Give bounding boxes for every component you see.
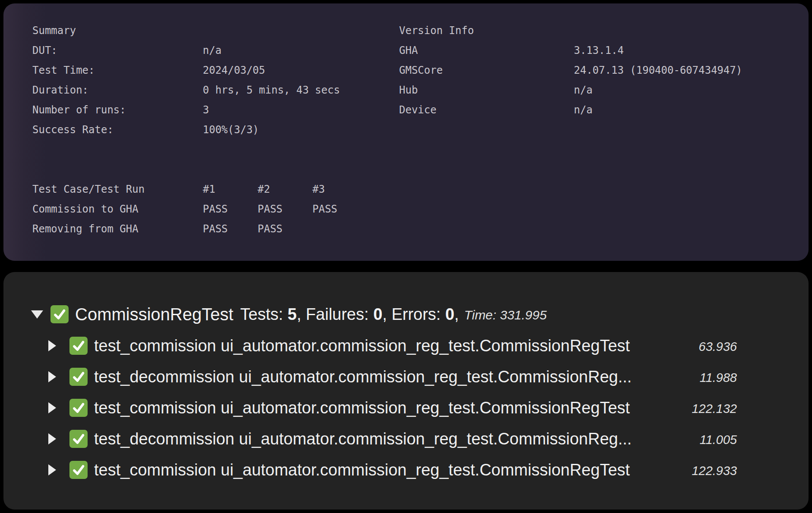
pass-check-icon [69, 336, 88, 355]
pass-check-icon [69, 367, 88, 386]
field-value: n/a [574, 100, 592, 120]
test-case-name: test_decommission ui_automator.commissio… [94, 368, 632, 386]
summary-panel: Summary DUT:n/a Test Time:2024/03/05 Dur… [3, 3, 809, 261]
stats-trailing: , [454, 305, 459, 323]
table-row: Removing from GHAPASSPASS [32, 219, 378, 239]
column-header: Test Case/Test Run [32, 179, 203, 199]
field-value: 3 [203, 100, 209, 120]
run-result [312, 219, 367, 239]
suite-time: Time: 331.995 [464, 308, 547, 322]
version-row-gmscore: GMSCore24.07.13 (190400-607434947) [399, 60, 787, 80]
test-case-time: 11.988 [685, 371, 737, 385]
version-row-hub: Hubn/a [399, 80, 787, 100]
field-value: 0 hrs, 5 mins, 43 secs [203, 80, 340, 100]
run-result: PASS [258, 199, 312, 219]
summary-column: Summary DUT:n/a Test Time:2024/03/05 Dur… [32, 21, 378, 239]
chevron-right-icon[interactable] [48, 433, 56, 444]
summary-row-test-time: Test Time:2024/03/05 [32, 60, 378, 80]
field-label: Device [399, 100, 574, 120]
tests-label: Tests: [240, 305, 288, 323]
pass-check-icon [69, 429, 88, 448]
test-case-row[interactable]: test_decommission ui_automator.commissio… [48, 427, 737, 451]
run-table-header: Test Case/Test Run#1#2#3 [32, 179, 378, 199]
suite-name: CommissionRegTest [75, 305, 233, 324]
field-value: 100%(3/3) [203, 120, 259, 140]
version-row-device: Devicen/a [399, 100, 787, 120]
summary-title: Summary [32, 21, 378, 41]
test-case-name: test_commission ui_automator.commission_… [94, 399, 630, 417]
summary-row-duration: Duration:0 hrs, 5 mins, 43 secs [32, 80, 378, 100]
field-value: n/a [203, 41, 221, 60]
version-info-title: Version Info [399, 21, 787, 41]
field-label: GHA [399, 41, 574, 60]
field-value: n/a [574, 80, 592, 100]
chevron-right-icon[interactable] [48, 340, 56, 351]
summary-row-number-of-runs: Number of runs:3 [32, 100, 378, 120]
test-case-name: Commission to GHA [32, 199, 203, 219]
chevron-right-icon[interactable] [48, 402, 56, 413]
field-label: DUT: [32, 41, 203, 60]
summary-row-dut: DUT:n/a [32, 41, 378, 60]
pass-check-icon [50, 305, 69, 324]
column-header: #3 [312, 179, 367, 199]
version-info-column: Version Info GHA3.13.1.4 GMSCore24.07.13… [399, 21, 787, 120]
column-header: #2 [258, 179, 312, 199]
test-case-time: 122.933 [685, 464, 737, 478]
spacer [32, 140, 378, 179]
test-case-time: 11.005 [685, 433, 737, 447]
failures-label: , Failures: [297, 305, 373, 323]
field-label: Number of runs: [32, 100, 203, 120]
chevron-right-icon[interactable] [48, 371, 56, 382]
test-case-row[interactable]: test_commission ui_automator.commission_… [48, 396, 737, 420]
pass-check-icon [69, 398, 88, 417]
summary-row-success-rate: Success Rate:100%(3/3) [32, 120, 378, 140]
field-label: Success Rate: [32, 120, 203, 140]
pass-check-icon [69, 460, 88, 479]
column-header: #1 [203, 179, 258, 199]
chevron-right-icon[interactable] [48, 464, 56, 475]
run-result: PASS [203, 199, 258, 219]
run-result: PASS [312, 199, 367, 219]
test-case-row[interactable]: test_decommission ui_automator.commissio… [48, 365, 737, 389]
test-results-panel: CommissionRegTest Tests: 5, Failures: 0,… [3, 272, 809, 510]
run-result: PASS [258, 219, 312, 239]
suite-row[interactable]: CommissionRegTest Tests: 5, Failures: 0,… [31, 302, 739, 326]
failures-count: 0 [373, 305, 382, 323]
test-case-time: 122.132 [685, 402, 737, 416]
tests-count: 5 [288, 305, 297, 323]
test-case-row[interactable]: test_commission ui_automator.commission_… [48, 334, 737, 358]
suite-stats: Tests: 5, Failures: 0, Errors: 0, [240, 305, 459, 324]
errors-count: 0 [445, 305, 454, 323]
field-label: Hub [399, 80, 574, 100]
field-label: Test Time: [32, 60, 203, 80]
field-value: 2024/03/05 [203, 60, 265, 80]
field-label: GMSCore [399, 60, 574, 80]
field-label: Duration: [32, 80, 203, 100]
test-case-name: test_decommission ui_automator.commissio… [94, 430, 632, 448]
test-case-row[interactable]: test_commission ui_automator.commission_… [48, 458, 737, 482]
field-value: 3.13.1.4 [574, 41, 624, 60]
field-value: 24.07.13 (190400-607434947) [574, 60, 742, 80]
test-case-name: test_commission ui_automator.commission_… [94, 337, 630, 355]
chevron-down-icon[interactable] [31, 310, 43, 319]
table-row: Commission to GHAPASSPASSPASS [32, 199, 378, 219]
errors-label: , Errors: [382, 305, 445, 323]
test-case-time: 63.936 [685, 340, 737, 354]
version-row-gha: GHA3.13.1.4 [399, 41, 787, 60]
test-case-name: Removing from GHA [32, 219, 203, 239]
run-result: PASS [203, 219, 258, 239]
test-case-name: test_commission ui_automator.commission_… [94, 461, 630, 479]
